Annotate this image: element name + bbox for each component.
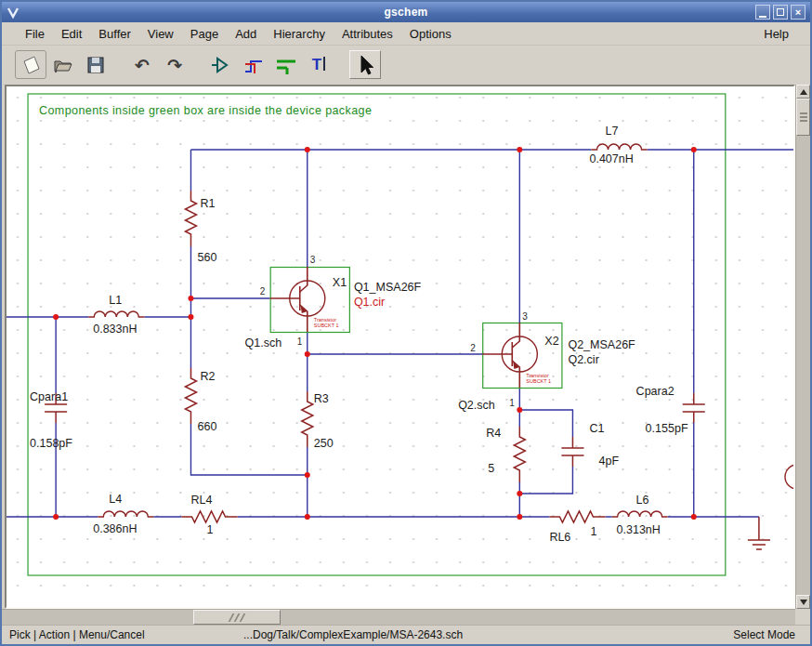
schematic-canvas[interactable]: Transistor SUBCKT 1 Components inside gr… bbox=[7, 86, 793, 607]
pin-x1-3: 3 bbox=[310, 255, 316, 265]
label-x2-model[interactable]: Q2_MSA26F bbox=[568, 338, 635, 351]
label-x1-cir[interactable]: Q1.cir bbox=[354, 296, 385, 309]
label-cpara1-value[interactable]: 0.158pF bbox=[30, 437, 72, 450]
window-icon bbox=[7, 5, 21, 20]
add-component-button[interactable] bbox=[205, 50, 237, 79]
pin-x2-3: 3 bbox=[522, 311, 528, 322]
status-file-path: ...Dog/Talk/ComplexExample/MSA-2643.sch bbox=[243, 628, 463, 641]
title-bar[interactable]: gschem × bbox=[2, 2, 810, 22]
label-rl4-value[interactable]: 1 bbox=[207, 523, 214, 536]
label-r2-value[interactable]: 660 bbox=[197, 420, 216, 433]
window-controls: × bbox=[755, 5, 805, 20]
save-file-button[interactable] bbox=[80, 50, 111, 79]
thumb-grip bbox=[800, 112, 807, 114]
menu-bar: File Edit Buffer View Page Add Hierarchy… bbox=[2, 22, 810, 46]
menu-file[interactable]: File bbox=[17, 25, 53, 43]
label-rl6-value[interactable]: 1 bbox=[590, 525, 596, 538]
arrow-down-icon bbox=[800, 600, 807, 605]
label-r2-ref[interactable]: R2 bbox=[200, 370, 215, 383]
label-c1-value[interactable]: 4pF bbox=[599, 455, 620, 468]
thumb-grip bbox=[800, 116, 807, 118]
scroll-down-button[interactable] bbox=[796, 595, 810, 609]
label-rl4-ref[interactable]: RL4 bbox=[190, 494, 212, 507]
status-mode: Select Mode bbox=[733, 628, 795, 641]
minimize-button[interactable] bbox=[755, 5, 770, 20]
label-x1-ref[interactable]: X1 bbox=[333, 276, 347, 289]
vertical-scroll-thumb[interactable] bbox=[796, 99, 810, 136]
label-r3-ref[interactable]: R3 bbox=[314, 392, 329, 405]
label-r4-ref[interactable]: R4 bbox=[486, 427, 501, 440]
redo-button[interactable]: ↷ bbox=[159, 50, 190, 79]
package-note-text[interactable]: Components inside green box are inside t… bbox=[39, 104, 372, 117]
new-file-icon bbox=[20, 54, 42, 76]
label-l1-ref[interactable]: L1 bbox=[109, 294, 122, 307]
horizontal-scrollbar-row bbox=[2, 609, 810, 625]
add-text-button[interactable]: T bbox=[303, 50, 334, 79]
label-l1-value[interactable]: 0.833nH bbox=[93, 323, 137, 336]
status-mouse-hints: Pick | Action | Menu/Cancel bbox=[9, 628, 145, 641]
window-title: gschem bbox=[2, 6, 810, 19]
content-area: Transistor SUBCKT 1 Components inside gr… bbox=[2, 84, 810, 609]
label-l4-ref[interactable]: L4 bbox=[109, 493, 122, 506]
undo-icon: ↶ bbox=[135, 55, 150, 75]
label-l7-value[interactable]: 0.407nH bbox=[589, 152, 633, 165]
minimize-icon bbox=[759, 16, 766, 18]
label-x2-ref[interactable]: X2 bbox=[544, 335, 558, 348]
label-r1-ref[interactable]: R1 bbox=[200, 197, 215, 210]
menu-edit[interactable]: Edit bbox=[53, 25, 90, 43]
horizontal-scroll-thumb[interactable] bbox=[193, 610, 281, 625]
label-cpara2-value[interactable]: 0.155pF bbox=[646, 422, 688, 435]
label-x2-cir[interactable]: Q2.cir bbox=[568, 353, 598, 366]
add-bus-button[interactable] bbox=[270, 50, 302, 79]
menu-buffer[interactable]: Buffer bbox=[90, 25, 138, 43]
label-x1-model[interactable]: Q1_MSA26F bbox=[354, 281, 422, 294]
new-file-button[interactable] bbox=[15, 50, 46, 79]
open-file-button[interactable] bbox=[47, 50, 79, 79]
menu-hierarchy[interactable]: Hierarchy bbox=[265, 25, 334, 43]
thumb-grip bbox=[240, 613, 246, 622]
redo-icon: ↷ bbox=[167, 55, 182, 75]
label-cpara1-ref[interactable]: Cpara1 bbox=[30, 390, 68, 403]
thumb-grip bbox=[800, 120, 807, 122]
status-bar: Pick | Action | Menu/Cancel ...Dog/Talk/… bbox=[2, 625, 810, 644]
select-arrow-icon bbox=[354, 54, 376, 76]
pin-x1-2: 2 bbox=[260, 286, 266, 297]
menu-add[interactable]: Add bbox=[227, 25, 265, 43]
label-c1-ref[interactable]: C1 bbox=[589, 422, 604, 435]
menu-attributes[interactable]: Attributes bbox=[334, 25, 401, 43]
net-icon bbox=[242, 54, 265, 76]
horizontal-scroll-trough[interactable] bbox=[2, 609, 795, 625]
pin-x2-2: 2 bbox=[470, 343, 476, 353]
undo-button[interactable]: ↶ bbox=[126, 50, 158, 79]
component-icon bbox=[210, 54, 232, 76]
label-l4-value[interactable]: 0.386nH bbox=[93, 522, 137, 535]
menu-options[interactable]: Options bbox=[401, 25, 460, 43]
maximize-button[interactable] bbox=[773, 5, 788, 20]
drawing-area[interactable]: Transistor SUBCKT 1 Components inside gr… bbox=[5, 85, 795, 609]
label-r4-value[interactable]: 5 bbox=[488, 462, 494, 475]
label-r3-value[interactable]: 250 bbox=[314, 437, 334, 450]
vertical-scrollbar[interactable] bbox=[795, 85, 810, 609]
gschem-window: gschem × File Edit Buffer View Page Add … bbox=[0, 0, 812, 646]
label-cpara2-ref[interactable]: Cpara2 bbox=[636, 385, 674, 398]
select-tool-button[interactable] bbox=[349, 50, 381, 79]
arrow-up-icon bbox=[800, 89, 807, 95]
label-l6-value[interactable]: 0.313nH bbox=[617, 523, 661, 536]
text-icon: T bbox=[312, 57, 325, 73]
save-icon bbox=[85, 54, 107, 76]
label-rl6-ref[interactable]: RL6 bbox=[549, 531, 570, 544]
bus-icon bbox=[275, 54, 297, 76]
label-r1-value[interactable]: 560 bbox=[197, 251, 216, 264]
menu-view[interactable]: View bbox=[139, 25, 182, 43]
maximize-icon bbox=[777, 8, 784, 16]
add-net-button[interactable] bbox=[238, 50, 269, 79]
vertical-scroll-trough[interactable] bbox=[796, 99, 810, 595]
label-x1-sch[interactable]: Q1.sch bbox=[245, 336, 282, 349]
label-l7-ref[interactable]: L7 bbox=[606, 125, 619, 138]
scroll-up-button[interactable] bbox=[796, 85, 810, 99]
close-button[interactable]: × bbox=[791, 5, 805, 20]
menu-page[interactable]: Page bbox=[182, 25, 227, 43]
label-l6-ref[interactable]: L6 bbox=[636, 494, 649, 507]
menu-help[interactable]: Help bbox=[755, 25, 797, 43]
label-x2-sch[interactable]: Q2.sch bbox=[458, 399, 495, 412]
